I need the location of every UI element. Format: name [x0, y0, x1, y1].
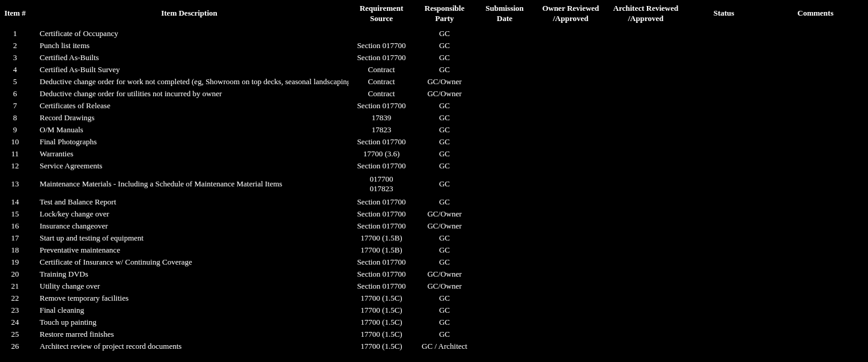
cell-arch: [607, 64, 685, 76]
cell-status: [685, 76, 763, 88]
cell-arch: [607, 280, 685, 292]
cell-reqsrc: 17700 (1.5C): [348, 340, 414, 352]
cell-arch: [607, 28, 685, 40]
cell-arch: [607, 340, 685, 352]
cell-comments: [763, 112, 868, 124]
cell-owner: [535, 220, 607, 232]
table-row: 16Insurance changeoverSection 017700GC/O…: [0, 220, 868, 232]
cell-status: [685, 196, 763, 208]
cell-desc: Final cleaning: [30, 304, 348, 316]
cell-itemno: 6: [0, 88, 30, 100]
cell-status: [685, 100, 763, 112]
header-desc: Item Description: [30, 0, 348, 28]
cell-owner: [535, 304, 607, 316]
cell-resp: GC: [414, 28, 475, 40]
cell-owner: [535, 196, 607, 208]
cell-itemno: 16: [0, 220, 30, 232]
table-row: 21Utility change overSection 017700GC/Ow…: [0, 280, 868, 292]
cell-itemno: 13: [0, 172, 30, 196]
cell-status: [685, 220, 763, 232]
cell-itemno: 14: [0, 196, 30, 208]
cell-subdate: [475, 196, 535, 208]
cell-subdate: [475, 88, 535, 100]
cell-comments: [763, 136, 868, 148]
cell-desc: Service Agreements: [30, 160, 348, 172]
cell-status: [685, 268, 763, 280]
cell-subdate: [475, 28, 535, 40]
cell-reqsrc: 17839: [348, 112, 414, 124]
cell-arch: [607, 136, 685, 148]
cell-resp: GC/Owner: [414, 268, 475, 280]
cell-reqsrc: Section 017700: [348, 136, 414, 148]
cell-arch: [607, 208, 685, 220]
cell-resp: GC: [414, 148, 475, 160]
cell-status: [685, 340, 763, 352]
cell-resp: GC/Owner: [414, 208, 475, 220]
cell-resp: GC/Owner: [414, 76, 475, 88]
cell-desc: Certificate of Occupancy: [30, 28, 348, 40]
cell-itemno: 10: [0, 136, 30, 148]
cell-comments: [763, 196, 868, 208]
table-row: 12Service AgreementsSection 017700GC: [0, 160, 868, 172]
cell-owner: [535, 160, 607, 172]
cell-subdate: [475, 76, 535, 88]
cell-subdate: [475, 136, 535, 148]
cell-desc: Certificates of Release: [30, 100, 348, 112]
cell-comments: [763, 208, 868, 220]
table-row: 13Maintenance Materials - Including a Sc…: [0, 172, 868, 196]
cell-arch: [607, 112, 685, 124]
cell-itemno: 15: [0, 208, 30, 220]
cell-status: [685, 52, 763, 64]
cell-owner: [535, 64, 607, 76]
cell-resp: GC: [414, 292, 475, 304]
header-itemno: Item #: [0, 0, 30, 28]
cell-resp: GC: [414, 244, 475, 256]
cell-resp: GC: [414, 40, 475, 52]
cell-arch: [607, 124, 685, 136]
table-row: 24Touch up painting17700 (1.5C)GC: [0, 316, 868, 328]
cell-owner: [535, 340, 607, 352]
cell-status: [685, 172, 763, 196]
cell-desc: Certificate of Insurance w/ Continuing C…: [30, 256, 348, 268]
table-row: 1Certificate of OccupancyGC: [0, 28, 868, 40]
cell-desc: Record Drawings: [30, 112, 348, 124]
header-subdate: Submission Date: [475, 0, 535, 28]
cell-desc: Training DVDs: [30, 268, 348, 280]
cell-owner: [535, 172, 607, 196]
cell-reqsrc: 17700 (1.5C): [348, 316, 414, 328]
header-resp: Responsible Party: [414, 0, 475, 28]
cell-reqsrc: 17700 (1.5B): [348, 244, 414, 256]
cell-status: [685, 232, 763, 244]
cell-subdate: [475, 100, 535, 112]
cell-desc: Deductive change order for work not comp…: [30, 76, 348, 88]
cell-itemno: 17: [0, 232, 30, 244]
cell-arch: [607, 220, 685, 232]
cell-owner: [535, 232, 607, 244]
cell-owner: [535, 208, 607, 220]
cell-reqsrc: Section 017700: [348, 100, 414, 112]
cell-subdate: [475, 316, 535, 328]
cell-desc: Utility change over: [30, 280, 348, 292]
cell-status: [685, 244, 763, 256]
cell-reqsrc: Section 017700: [348, 196, 414, 208]
table-row: 11Warranties17700 (3.6)GC: [0, 148, 868, 160]
cell-arch: [607, 40, 685, 52]
cell-reqsrc: Contract: [348, 88, 414, 100]
cell-subdate: [475, 52, 535, 64]
cell-itemno: 26: [0, 340, 30, 352]
cell-owner: [535, 52, 607, 64]
cell-resp: GC: [414, 196, 475, 208]
cell-status: [685, 256, 763, 268]
cell-subdate: [475, 328, 535, 340]
cell-itemno: 9: [0, 124, 30, 136]
cell-resp: GC: [414, 316, 475, 328]
cell-resp: GC: [414, 172, 475, 196]
cell-status: [685, 88, 763, 100]
cell-status: [685, 112, 763, 124]
cell-subdate: [475, 208, 535, 220]
cell-reqsrc: 17700 (1.5C): [348, 292, 414, 304]
cell-status: [685, 316, 763, 328]
cell-status: [685, 292, 763, 304]
cell-status: [685, 208, 763, 220]
cell-comments: [763, 340, 868, 352]
